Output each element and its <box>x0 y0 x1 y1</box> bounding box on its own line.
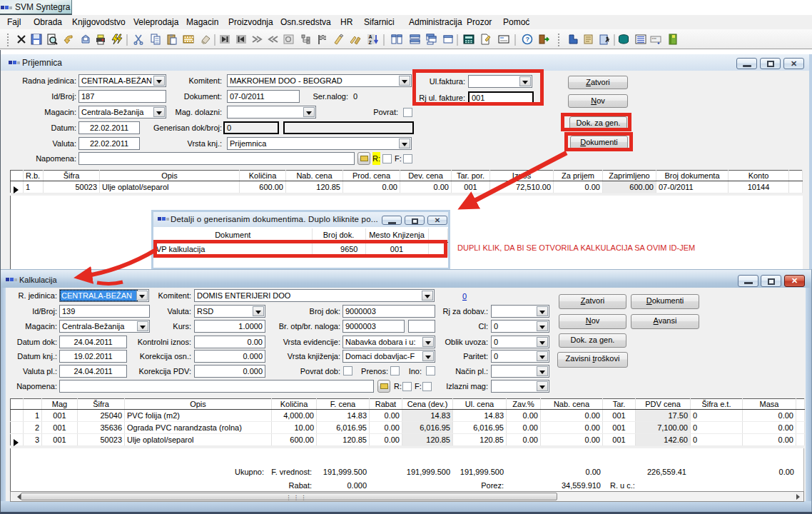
svg-text:A: A <box>368 34 372 39</box>
svg-text:***: *** <box>652 37 657 41</box>
svg-text:Z: Z <box>368 40 372 45</box>
svg-text:?: ? <box>525 36 529 43</box>
